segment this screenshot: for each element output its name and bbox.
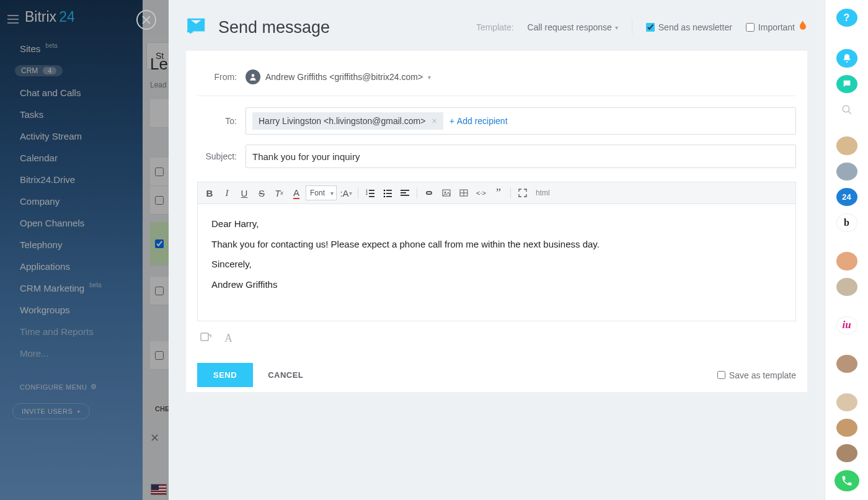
sidebar-item-workgroups[interactable]: Workgroups bbox=[0, 299, 143, 321]
newsletter-input[interactable] bbox=[646, 23, 655, 32]
call-button[interactable] bbox=[835, 470, 859, 491]
app-iu-icon[interactable]: iu bbox=[836, 316, 857, 335]
important-input[interactable] bbox=[746, 23, 755, 32]
align-icon[interactable] bbox=[397, 185, 413, 201]
save-template-checkbox[interactable]: Save as template bbox=[717, 370, 796, 380]
sidebar-item-sites[interactable]: Sites beta bbox=[0, 38, 143, 60]
dismiss-icon[interactable]: ✕ bbox=[150, 431, 159, 445]
help-icon[interactable]: ? bbox=[836, 9, 857, 27]
text-color-icon[interactable]: A bbox=[288, 185, 304, 201]
svg-rect-4 bbox=[369, 193, 374, 194]
language-flag-icon[interactable] bbox=[151, 484, 167, 495]
contact-avatar[interactable] bbox=[836, 252, 857, 270]
html-toggle[interactable]: html bbox=[532, 189, 554, 197]
svg-point-0 bbox=[252, 74, 255, 77]
font-size-icon[interactable]: :A▾ bbox=[338, 185, 354, 201]
quote-icon[interactable]: ” bbox=[490, 185, 507, 201]
to-input[interactable]: Harry Livingston <h.livingston@gmail.com… bbox=[246, 107, 796, 135]
sidebar-item-time[interactable]: Time and Reports bbox=[0, 321, 143, 342]
chevron-down-icon: ▾ bbox=[428, 74, 431, 81]
send-mail-icon bbox=[186, 15, 208, 40]
send-message-panel: Send message Template: Call request resp… bbox=[169, 0, 825, 500]
template-selector[interactable]: Call request response ▾ bbox=[528, 22, 618, 32]
sidebar-item-drive[interactable]: Bitrix24.Drive bbox=[0, 169, 143, 190]
row-checkbox[interactable] bbox=[155, 239, 164, 248]
svg-point-8 bbox=[384, 193, 386, 195]
from-row: From: Andrew Griffiths <griffiths@bitrix… bbox=[186, 65, 807, 89]
sidebar-item-tasks[interactable]: Tasks bbox=[0, 104, 143, 125]
strike-icon[interactable]: S bbox=[254, 185, 270, 201]
send-button[interactable]: SEND bbox=[197, 363, 253, 387]
sidebar-item-activity[interactable]: Activity Stream bbox=[0, 125, 143, 147]
search-icon[interactable] bbox=[836, 100, 857, 118]
newsletter-checkbox[interactable]: Send as newsletter bbox=[646, 22, 732, 32]
app-b-icon[interactable]: b bbox=[836, 213, 857, 232]
sidebar-item-calendar[interactable]: Calendar bbox=[0, 147, 143, 169]
logo-main: Bitrix bbox=[25, 9, 56, 25]
avatar-icon bbox=[246, 69, 260, 84]
row-checkbox[interactable] bbox=[155, 196, 164, 205]
ordered-list-icon[interactable]: 12 bbox=[362, 185, 378, 201]
svg-point-6 bbox=[384, 190, 386, 192]
body-line: Andrew Griffiths bbox=[211, 276, 782, 294]
close-modal-button[interactable] bbox=[136, 10, 156, 30]
bitrix24-badge-icon[interactable]: 24 bbox=[836, 188, 857, 206]
remove-recipient-icon[interactable]: × bbox=[432, 116, 436, 126]
cancel-button[interactable]: CANCEL bbox=[268, 370, 303, 380]
from-selector[interactable]: Andrew Griffiths <griffiths@bitrix24.com… bbox=[246, 69, 431, 84]
body-line: Sincerely, bbox=[211, 256, 782, 274]
table-icon[interactable] bbox=[456, 185, 472, 201]
contact-avatar[interactable] bbox=[836, 163, 857, 181]
message-body[interactable]: Dear Harry, Thank you for contacting us!… bbox=[198, 204, 795, 321]
contact-avatar[interactable] bbox=[836, 136, 857, 154]
code-icon[interactable]: <·> bbox=[473, 185, 489, 201]
text-style-icon[interactable]: A bbox=[224, 332, 232, 345]
sidebar-item-telephony[interactable]: Telephony bbox=[0, 234, 143, 256]
sidebar-item-crmmarketing[interactable]: CRM Marketing beta bbox=[0, 277, 143, 299]
sidebar-item-applications[interactable]: Applications bbox=[0, 256, 143, 277]
contact-avatar[interactable] bbox=[836, 419, 857, 437]
underline-icon[interactable]: U bbox=[236, 185, 252, 201]
italic-icon[interactable]: I bbox=[219, 185, 235, 201]
contact-avatar[interactable] bbox=[836, 393, 857, 411]
link-icon[interactable] bbox=[421, 185, 437, 201]
save-template-input[interactable] bbox=[717, 371, 725, 379]
invite-users-button[interactable]: INVITE USERS + bbox=[12, 403, 90, 419]
attachment-icon[interactable] bbox=[200, 331, 212, 346]
invite-label: INVITE USERS bbox=[22, 408, 73, 415]
svg-point-21 bbox=[843, 105, 849, 112]
row-checkbox[interactable] bbox=[155, 287, 164, 295]
sidebar-item-chat[interactable]: Chat and Calls bbox=[0, 82, 143, 104]
configure-menu-button[interactable]: CONFIGURE MENU ⚙ bbox=[0, 375, 143, 398]
image-icon[interactable] bbox=[438, 185, 454, 201]
clear-format-icon[interactable]: Tx bbox=[271, 185, 287, 201]
contact-avatar[interactable] bbox=[836, 444, 857, 462]
menu-icon[interactable] bbox=[7, 15, 19, 24]
app-logo[interactable]: Bitrix24 bbox=[0, 9, 143, 38]
unordered-list-icon[interactable] bbox=[379, 185, 396, 201]
fullscreen-icon[interactable] bbox=[515, 185, 531, 201]
sidebar-item-openchannels[interactable]: Open Channels bbox=[0, 212, 143, 234]
contact-avatar[interactable] bbox=[836, 355, 857, 373]
sidebar-label: Tasks bbox=[20, 109, 43, 120]
bell-icon[interactable] bbox=[836, 49, 857, 67]
chevron-down-icon: ▾ bbox=[615, 24, 618, 31]
svg-rect-12 bbox=[401, 190, 409, 191]
sidebar-item-crm[interactable]: CRM 4 bbox=[0, 60, 143, 82]
font-selector[interactable]: Font bbox=[306, 185, 337, 200]
logo-accent: 24 bbox=[59, 9, 75, 25]
sidebar-item-more[interactable]: More... bbox=[0, 342, 143, 364]
chat-icon[interactable] bbox=[836, 75, 857, 93]
important-checkbox[interactable]: Important bbox=[746, 20, 807, 35]
bold-icon[interactable]: B bbox=[202, 185, 218, 201]
contact-avatar[interactable] bbox=[836, 278, 857, 296]
sidebar-label: Company bbox=[20, 196, 60, 207]
row-checkbox[interactable] bbox=[155, 351, 164, 360]
subject-input[interactable] bbox=[252, 151, 789, 162]
font-label: Font bbox=[310, 189, 325, 197]
row-checkbox[interactable] bbox=[155, 167, 164, 176]
panel-header: Send message Template: Call request resp… bbox=[186, 12, 807, 51]
recipient-chip[interactable]: Harry Livingston <h.livingston@gmail.com… bbox=[252, 112, 443, 130]
add-recipient-button[interactable]: + Add recipient bbox=[450, 116, 508, 126]
sidebar-item-company[interactable]: Company bbox=[0, 190, 143, 212]
